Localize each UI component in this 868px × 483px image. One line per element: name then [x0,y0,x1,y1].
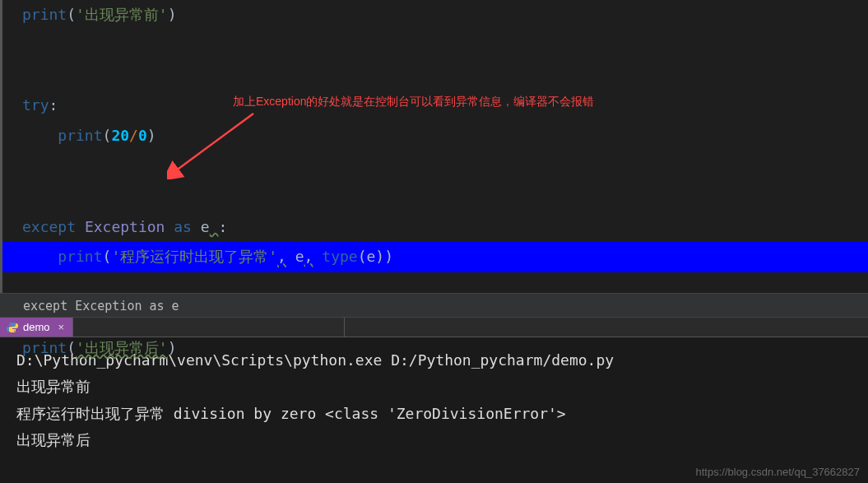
builtin-type: type [322,248,357,265]
terminal-line: 出现异常前 [16,374,852,400]
keyword-print: print [58,248,102,265]
code-line-6[interactable]: except Exception as e : [2,212,868,243]
code-line-9[interactable]: print('出现异常后') [2,333,868,364]
keyword-print: print [22,6,67,23]
terminal-line: 出现异常后 [16,427,852,453]
code-line-blank[interactable] [2,303,868,333]
watermark: https://blog.csdn.net/qq_37662827 [696,466,861,478]
keyword-as: as [174,218,192,235]
code-line-blank[interactable] [2,61,868,91]
code-line-blank[interactable] [2,182,868,212]
keyword-try: try [22,96,49,114]
code-line-blank[interactable] [2,30,868,61]
code-line-1[interactable]: print('出现异常前') [2,0,868,30]
string-literal: '出现异常后' [76,339,168,356]
annotation-text: 加上Exception的好处就是在控制台可以看到异常信息，编译器不会报错 [233,95,594,109]
keyword-print: print [22,339,67,356]
variable-e: e [201,218,210,235]
keyword-print: print [58,127,102,144]
code-editor[interactable]: print('出现异常前') try: print(20/0) except E… [0,0,868,293]
code-line-blank[interactable] [2,272,868,303]
terminal-line: 程序运行时出现了异常 division by zero <class 'Zero… [16,401,852,427]
keyword-except: except [22,218,76,235]
code-line-7-highlighted[interactable]: print('程序运行时出现了异常', e, type(e)) [2,242,868,272]
string-literal: '程序运行时出现了异常' [111,248,277,265]
identifier-exception: Exception [85,218,165,235]
code-line-blank[interactable] [2,151,868,182]
string-literal: '出现异常前' [76,6,168,23]
code-line-4[interactable]: print(20/0) [2,121,868,151]
